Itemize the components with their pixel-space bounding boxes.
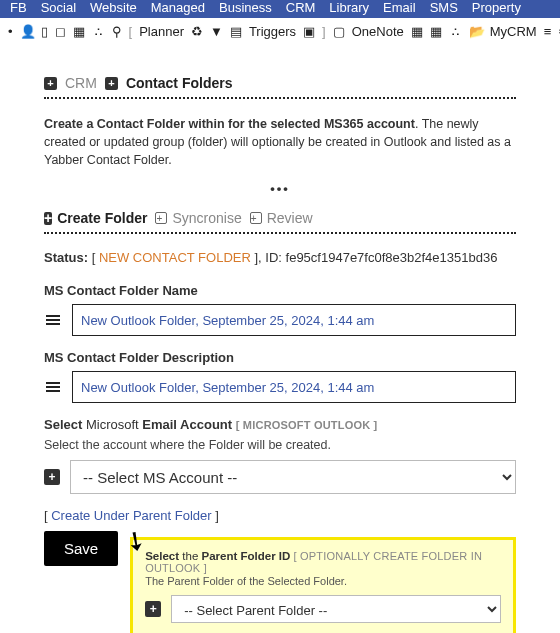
folder-desc-row <box>44 371 516 403</box>
note-icon[interactable]: ▢ <box>333 24 345 39</box>
folder-desc-label: MS Contact Folder Description <box>44 350 516 365</box>
separator: [ <box>129 24 133 39</box>
save-button[interactable]: Save <box>44 531 118 566</box>
planner-link[interactable]: Planner <box>139 24 184 39</box>
toolbar: • 👤 ▯ ◻ ▦ ⛬ ⚲ [ Planner ♻ ▼ ▤ Triggers ▣… <box>0 18 560 45</box>
folder-name-row <box>44 304 516 336</box>
mycrm-link[interactable]: MyCRM <box>490 24 537 39</box>
parent-folder-toggle[interactable]: [ Create Under Parent Folder ] <box>44 508 516 523</box>
tab-syncronise[interactable]: + Syncronise <box>155 210 241 226</box>
nav-business[interactable]: Business <box>219 0 272 15</box>
separator-close: ] <box>322 24 326 39</box>
folder-name-input[interactable] <box>72 304 516 336</box>
menu-icon[interactable]: ≡ <box>544 24 552 39</box>
parent-folder-panel: ➘ Select the Parent Folder ID [ OPTIONAL… <box>130 537 516 633</box>
tablet-icon[interactable]: ◻ <box>55 24 66 39</box>
people-icon[interactable]: ⛬ <box>92 24 105 39</box>
plus-square-icon[interactable]: + <box>44 77 57 90</box>
nav-website[interactable]: Website <box>90 0 137 15</box>
breadcrumb-folders: Contact Folders <box>126 75 233 91</box>
divider-2 <box>44 232 516 234</box>
onenote-link[interactable]: OneNote <box>352 24 404 39</box>
folder-open-icon[interactable]: 📂 <box>469 24 483 39</box>
recycle-icon[interactable]: ♻ <box>191 24 203 39</box>
status-id: fe95cf1947e7fc0f8e3b2f4e1351bd36 <box>286 250 498 265</box>
breadcrumb: + CRM + Contact Folders <box>44 75 516 91</box>
date-icon[interactable]: ▦ <box>430 24 442 39</box>
nav-managed[interactable]: Managed <box>151 0 205 15</box>
folder-name-label: MS Contact Folder Name <box>44 283 516 298</box>
main-content: + CRM + Contact Folders Create a Contact… <box>0 45 560 633</box>
nav-property[interactable]: Property <box>472 0 521 15</box>
nav-library[interactable]: Library <box>329 0 369 15</box>
folder-desc-input[interactable] <box>72 371 516 403</box>
group-icon[interactable]: ⛬ <box>449 24 462 39</box>
divider <box>44 97 516 99</box>
account-label: Select Microsoft Email Account [ MICROSO… <box>44 417 516 432</box>
tab-sync-label: Syncronise <box>172 210 241 226</box>
lines-icon-2 <box>44 371 62 403</box>
breadcrumb-crm[interactable]: CRM <box>65 75 97 91</box>
account-tag: [ MICROSOFT OUTLOOK ] <box>236 419 378 431</box>
account-select-row: + -- Select MS Account -- <box>44 460 516 494</box>
bullet-icon: • <box>8 24 13 39</box>
parent-select-row: + -- Select Parent Folder -- <box>145 595 501 623</box>
triggers-link[interactable]: Triggers <box>249 24 296 39</box>
parent-folder-select[interactable]: -- Select Parent Folder -- <box>171 595 501 623</box>
top-nav: FB Social Website Managed Business CRM L… <box>0 0 560 18</box>
account-select[interactable]: -- Select MS Account -- <box>70 460 516 494</box>
tab-review-label: Review <box>267 210 313 226</box>
tab-create-label: Create Folder <box>57 210 147 226</box>
parent-box-title: Select the Parent Folder ID [ OPTIONALLY… <box>145 550 501 574</box>
calendar2-icon[interactable]: ▦ <box>411 24 423 39</box>
nav-fb[interactable]: FB <box>10 0 27 15</box>
list-icon[interactable]: ▤ <box>230 24 242 39</box>
plus-outline-icon: + <box>155 212 167 224</box>
status-state: NEW CONTACT FOLDER <box>99 250 251 265</box>
tab-review[interactable]: + Review <box>250 210 313 226</box>
tabs: + Create Folder + Syncronise + Review <box>44 210 516 226</box>
parent-folder-link[interactable]: Create Under Parent Folder <box>51 508 211 523</box>
nav-crm[interactable]: CRM <box>286 0 316 15</box>
phone-icon[interactable]: ▯ <box>41 24 48 39</box>
status-id-label: ID: <box>265 250 282 265</box>
nav-sms[interactable]: SMS <box>430 0 458 15</box>
filter-icon[interactable]: ▼ <box>210 24 223 39</box>
account-help: Select the account where the Folder will… <box>44 438 516 452</box>
nav-social[interactable]: Social <box>41 0 76 15</box>
calendar-icon[interactable]: ▦ <box>73 24 85 39</box>
save-disk-icon[interactable]: ▣ <box>303 24 315 39</box>
intro-text: Create a Contact Folder within for the s… <box>44 115 516 169</box>
lines-icon <box>44 304 62 336</box>
parent-box-sub: The Parent Folder of the Selected Folder… <box>145 575 501 587</box>
plus-square-icon-5[interactable]: + <box>145 601 161 617</box>
plus-square-icon-4[interactable]: + <box>44 469 60 485</box>
ellipsis-icon: ••• <box>44 181 516 196</box>
plus-square-icon-2[interactable]: + <box>105 77 118 90</box>
status-label: Status: <box>44 250 88 265</box>
sliders-icon[interactable]: ⚲ <box>112 24 122 39</box>
plus-outline-icon-2: + <box>250 212 262 224</box>
nav-email[interactable]: Email <box>383 0 416 15</box>
status-line: Status: [ NEW CONTACT FOLDER ], ID: fe95… <box>44 250 516 265</box>
tab-create-folder[interactable]: + Create Folder <box>44 210 147 226</box>
user-icon[interactable]: 👤 <box>20 24 34 39</box>
plus-square-icon-3: + <box>44 212 52 225</box>
intro-bold: Create a Contact Folder within for the s… <box>44 117 415 131</box>
